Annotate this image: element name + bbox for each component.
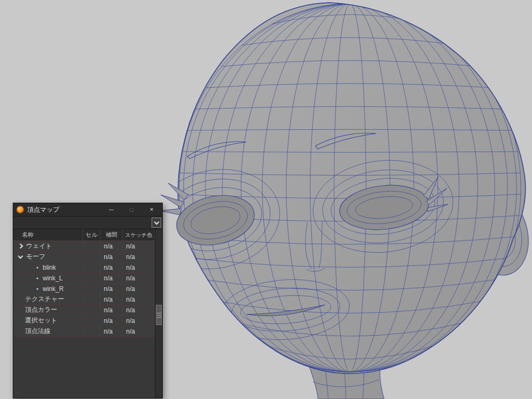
interp-value: n/a: [101, 326, 123, 336]
interp-value: n/a: [101, 273, 123, 283]
close-button[interactable]: ×: [143, 204, 160, 215]
vertex-map-window: 頂点マップ ─ □ × 名称 セル 補間 スケッチ色 ウェイトn/an/aモーフ…: [13, 203, 163, 398]
sketch-value: n/a: [123, 284, 155, 294]
row-name-cell: テクスチャー: [13, 294, 83, 304]
minimize-button[interactable]: ─: [103, 204, 120, 215]
bullet-icon: ●: [36, 287, 38, 290]
scrollbar-thumb[interactable]: [156, 305, 162, 325]
row-label: モーフ: [26, 252, 46, 261]
row-name-cell: 選択セット: [13, 315, 83, 326]
sketch-value: n/a: [123, 262, 155, 272]
table-row[interactable]: 選択セットn/an/a: [13, 315, 155, 326]
row-name-cell: ウェイト: [13, 241, 83, 251]
table-row[interactable]: テクスチャーn/an/a: [13, 294, 155, 305]
cell-value: [83, 252, 101, 262]
dropdown-button[interactable]: [152, 218, 161, 228]
cell-value: [83, 273, 101, 283]
table-row[interactable]: ウェイトn/an/a: [13, 241, 155, 252]
row-label: 頂点法線: [25, 327, 51, 336]
table-header: 名称 セル 補間 スケッチ色: [13, 229, 155, 241]
column-header-interp: 補間: [101, 229, 123, 240]
cell-value: [83, 284, 101, 294]
table-row[interactable]: 頂点法線n/an/a: [13, 326, 155, 337]
sketch-value: n/a: [123, 241, 155, 251]
interp-value: n/a: [101, 284, 123, 294]
row-name-cell: ●wink_R: [13, 284, 83, 294]
vertex-map-table: 名称 セル 補間 スケッチ色 ウェイトn/an/aモーフn/an/a●blink…: [13, 229, 155, 398]
cell-value: [83, 305, 101, 315]
cell-value: [83, 262, 101, 272]
row-name-cell: モーフ: [13, 252, 83, 262]
row-name-cell: 頂点法線: [13, 326, 83, 336]
column-header-name: 名称: [13, 229, 83, 240]
row-name-cell: ●blink: [13, 262, 83, 272]
row-label: wink_R: [43, 285, 63, 293]
row-label: 選択セット: [25, 316, 57, 325]
cell-value: [83, 326, 101, 336]
interp-value: n/a: [101, 294, 123, 304]
row-label: wink_L: [43, 275, 62, 282]
interp-value: n/a: [101, 305, 123, 315]
interp-value: n/a: [101, 315, 123, 326]
cell-value: [83, 241, 101, 251]
bullet-icon: ●: [36, 276, 38, 280]
sketch-value: n/a: [123, 326, 155, 336]
row-label: blink: [43, 264, 56, 271]
table-row[interactable]: モーフn/an/a: [13, 252, 155, 262]
column-header-cell: セル: [83, 229, 101, 240]
chevron-down-icon: [154, 219, 159, 225]
collapse-icon[interactable]: [18, 253, 23, 259]
table-row[interactable]: ●wink_Rn/an/a: [13, 284, 155, 294]
cell-value: [83, 294, 101, 304]
sketch-value: n/a: [123, 305, 155, 315]
expand-icon[interactable]: [18, 244, 23, 249]
sketch-value: n/a: [123, 294, 155, 304]
table-row[interactable]: 頂点カラーn/an/a: [13, 305, 155, 315]
window-title: 頂点マップ: [27, 205, 99, 214]
scrollbar[interactable]: [155, 229, 162, 398]
app-icon: [16, 206, 24, 213]
window-titlebar[interactable]: 頂点マップ ─ □ ×: [13, 203, 162, 217]
interp-value: n/a: [101, 252, 123, 262]
bullet-icon: ●: [36, 265, 38, 269]
row-name-cell: 頂点カラー: [13, 305, 83, 315]
row-label: ウェイト: [26, 242, 52, 251]
sketch-value: n/a: [123, 315, 155, 326]
table-row[interactable]: ●wink_Ln/an/a: [13, 273, 155, 284]
head-surface: [178, 3, 526, 373]
panel-toolbar: [13, 217, 162, 229]
maximize-button[interactable]: □: [123, 204, 140, 215]
table-row[interactable]: ●blinkn/an/a: [13, 262, 155, 273]
sketch-value: n/a: [123, 252, 155, 262]
sketch-value: n/a: [123, 273, 155, 283]
vmap-rows: ウェイトn/an/aモーフn/an/a●blinkn/an/a●wink_Ln/…: [13, 241, 155, 337]
row-label: 頂点カラー: [25, 305, 57, 314]
column-header-sketch: スケッチ色: [123, 229, 155, 240]
interp-value: n/a: [101, 241, 123, 251]
cell-value: [83, 315, 101, 326]
row-label: テクスチャー: [25, 295, 64, 304]
row-name-cell: ●wink_L: [13, 273, 83, 283]
interp-value: n/a: [101, 262, 123, 272]
